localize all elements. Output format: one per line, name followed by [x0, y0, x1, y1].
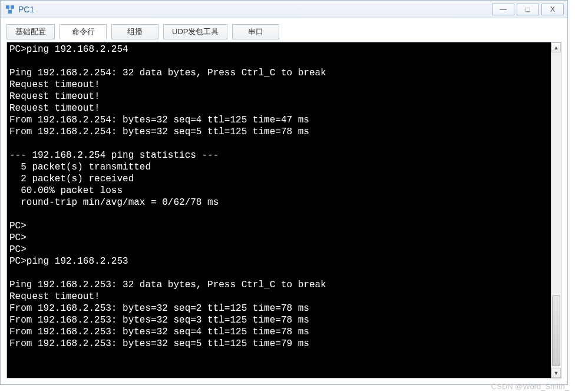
minimize-button[interactable]: —: [492, 4, 514, 15]
tab-command-line[interactable]: 命令行: [60, 24, 107, 39]
tab-bar: 基础配置 命令行 组播 UDP发包工具 串口: [6, 24, 561, 39]
window-controls: — □ X: [490, 4, 564, 15]
maximize-button[interactable]: □: [517, 4, 539, 15]
scrollbar-thumb[interactable]: [552, 295, 560, 366]
tab-serial[interactable]: 串口: [232, 24, 279, 39]
app-icon: [5, 5, 15, 14]
app-window: PC1 — □ X 基础配置 命令行 组播 UDP发包工具 串口 PC>ping…: [0, 0, 568, 385]
tab-multicast[interactable]: 组播: [111, 24, 158, 39]
close-icon: X: [550, 5, 555, 14]
scroll-up-button[interactable]: ▲: [551, 42, 561, 52]
svg-rect-0: [6, 5, 9, 9]
scroll-down-button[interactable]: ▼: [551, 368, 561, 378]
chevron-down-icon: ▼: [554, 370, 559, 376]
minimize-icon: —: [500, 5, 507, 14]
svg-rect-1: [11, 5, 14, 9]
terminal-output[interactable]: PC>ping 192.168.2.254 Ping 192.168.2.254…: [7, 42, 551, 378]
titlebar: PC1 — □ X: [1, 1, 567, 18]
terminal-container: PC>ping 192.168.2.254 Ping 192.168.2.254…: [6, 42, 561, 378]
content-area: 基础配置 命令行 组播 UDP发包工具 串口 PC>ping 192.168.2…: [1, 18, 567, 384]
watermark: CSDN @Word_Smith_: [491, 382, 569, 391]
tab-basic-config[interactable]: 基础配置: [6, 24, 55, 39]
window-title: PC1: [18, 5, 490, 14]
scrollbar[interactable]: ▲ ▼: [551, 42, 561, 378]
chevron-up-icon: ▲: [554, 45, 559, 51]
maximize-icon: □: [526, 5, 530, 14]
close-button[interactable]: X: [541, 4, 564, 15]
tab-udp-tool[interactable]: UDP发包工具: [163, 24, 227, 39]
